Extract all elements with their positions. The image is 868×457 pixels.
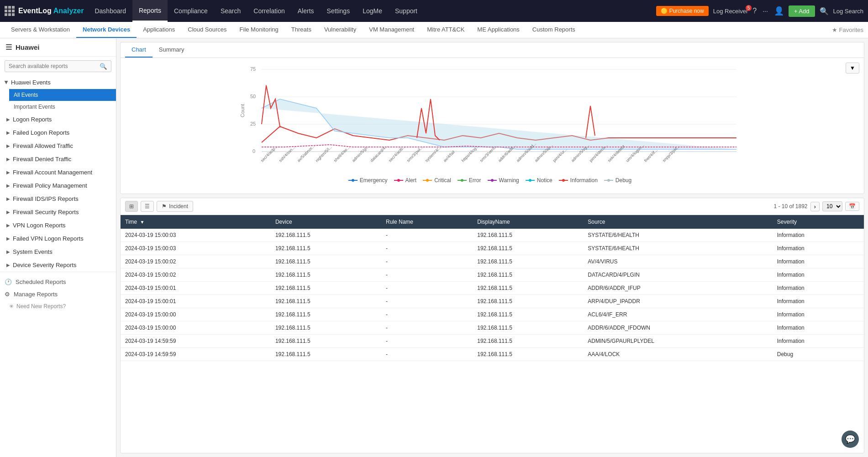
sidebar-section-huawei-events[interactable]: ▶ Huawei Events All Events Important Eve… [0,76,116,113]
cell-time: 2024-03-19 14:59:59 [121,348,271,361]
search-submit-button[interactable]: 🔍 [96,61,111,72]
subnav-mitre[interactable]: Mitre ATT&CK [421,22,471,38]
chart-expand-button[interactable]: ▼ [846,63,859,74]
grid-view-button[interactable]: ⊞ [125,201,138,212]
favorites-button[interactable]: ★ Favorites [832,26,863,33]
nav-settings[interactable]: Settings [321,0,357,22]
legend-alert: Alert [394,177,417,184]
svg-point-40 [461,179,463,182]
nav-reports[interactable]: Reports [132,0,168,22]
sidebar-item-firewall-denied[interactable]: ▶ Firewall Denied Traffic [0,152,116,166]
subnav-vm[interactable]: VM Management [363,22,421,38]
subnav-me[interactable]: ME Applications [471,22,526,38]
sidebar-item-system-events[interactable]: ▶ System Events [0,245,116,258]
table-row: 2024-03-19 15:00:03 192.168.111.5 - 192.… [121,229,864,242]
chevron-right-icon: ▶ [6,210,10,215]
chevron-right-icon: ▶ [6,223,10,228]
sidebar-collapse-handle[interactable]: ‹ [116,239,116,257]
sidebar-item-firewall-security[interactable]: ▶ Firewall Security Reports [0,205,116,219]
cell-severity: Debug [773,348,864,361]
nav-alerts[interactable]: Alerts [291,0,321,22]
help-icon[interactable]: ? [752,7,757,15]
svg-text:nightm/5/l...: nightm/5/l... [315,145,333,163]
nav-dashboard[interactable]: Dashboard [88,0,132,22]
sidebar-header: ☰ Huawei [0,38,116,57]
page-size-select[interactable]: 10 25 50 [822,201,842,211]
pagination-next-button[interactable]: › [810,202,820,211]
sidebar-item-vpn-logon[interactable]: ▶ VPN Logon Reports [0,219,116,232]
user-avatar-icon[interactable]: 👤 [774,6,784,16]
sidebar-item-failed-vpn[interactable]: ▶ Failed VPN Logon Reports [0,232,116,245]
cell-rule-name: - [381,242,473,255]
top-nav-bar: EventLog Analyzer Dashboard Reports Comp… [0,0,868,22]
svg-text:75: 75 [250,66,256,72]
nav-correlation[interactable]: Correlation [247,0,291,22]
col-time[interactable]: Time ▼ [121,215,271,229]
svg-text:system/4/...: system/4/... [424,145,442,163]
grid-menu-icon[interactable] [5,6,15,16]
nav-support[interactable]: Support [389,0,424,22]
cell-source: ADDR/6/ADDR_IFUP [583,282,772,295]
log-receiver[interactable]: Log Receiver 5 [713,8,748,15]
chevron-right-icon: ▶ [6,249,10,254]
subnav-file[interactable]: File Monitoring [233,22,285,38]
log-search-button[interactable]: Log Search [833,8,864,15]
list-view-button[interactable]: ☰ [141,201,154,212]
calendar-button[interactable]: 📅 [845,202,859,211]
nav-compliance[interactable]: Compliance [168,0,214,22]
add-button[interactable]: + Add [789,5,815,17]
cell-time: 2024-03-19 15:00:02 [121,255,271,268]
subnav-vulnerability[interactable]: Vulnerability [318,22,363,38]
sidebar-item-all-events[interactable]: All Events [9,89,116,101]
hamburger-icon[interactable]: ☰ [5,43,12,52]
sidebar-item-failed-logon[interactable]: ▶ Failed Logon Reports [0,126,116,139]
nav-logme[interactable]: LogMe [356,0,389,22]
sidebar-item-firewall-ids[interactable]: ▶ Firewall IDS/IPS Reports [0,192,116,205]
subnav-threats[interactable]: Threats [285,22,318,38]
cell-severity: Information [773,308,864,321]
chart-svg: 75 50 25 0 Count [125,63,855,172]
cell-rule-name: - [381,282,473,295]
cell-severity: Information [773,335,864,348]
subnav-applications[interactable]: Applications [137,22,181,38]
subnav-servers[interactable]: Servers & Workstation [5,22,76,38]
sidebar-item-important-events[interactable]: Important Events [9,101,116,113]
subnav-cloud[interactable]: Cloud Sources [181,22,233,38]
sidebar-item-device-severity[interactable]: ▶ Device Severity Reports [0,258,116,272]
cell-device: 192.168.111.5 [271,321,381,335]
search-input[interactable] [5,61,96,72]
chart-tab-chart[interactable]: Chart [125,42,153,58]
ellipsis-icon[interactable]: ··· [761,6,769,16]
chart-tab-summary[interactable]: Summary [153,42,191,58]
pagination: 1 - 10 of 1892 › 10 25 50 📅 [773,201,859,211]
cell-device: 192.168.111.5 [271,348,381,361]
subnav-network[interactable]: Network Devices [76,22,137,38]
cell-time: 2024-03-19 15:00:03 [121,242,271,255]
cell-device: 192.168.111.5 [271,335,381,348]
manage-reports-button[interactable]: ⚙ Manage Reports [5,288,111,300]
sidebar-item-logon-reports[interactable]: ▶ Logon Reports [0,113,116,126]
cell-severity: Information [773,268,864,282]
top-nav-items: Dashboard Reports Compliance Search Corr… [88,0,656,22]
scheduled-reports-button[interactable]: 🕐 Scheduled Reports [5,276,111,288]
svg-text:fnet/4/if...: fnet/4/if... [643,148,658,163]
incident-button[interactable]: ⚑ Incident [157,201,193,212]
coin-icon: 🟡 [661,8,668,14]
sidebar-item-firewall-allowed[interactable]: ▶ Firewall Allowed Traffic [0,139,116,152]
legend-critical: Critical [423,177,451,184]
legend-debug: Debug [604,177,631,184]
subnav-custom[interactable]: Custom Reports [526,22,582,38]
svg-point-34 [352,179,354,182]
legend-information: Information [559,177,598,184]
search-icon[interactable]: 🔍 [820,7,829,16]
chat-bubble-button[interactable]: 💬 [842,431,859,448]
nav-search[interactable]: Search [214,0,247,22]
purchase-now-button[interactable]: 🟡 Purchase now [656,6,709,16]
cell-rule-name: - [381,295,473,308]
sidebar-item-firewall-policy[interactable]: ▶ Firewall Policy Management [0,179,116,192]
cell-severity: Information [773,282,864,295]
sidebar-section-header-huawei[interactable]: ▶ Huawei Events [0,76,116,89]
cell-time: 2024-03-19 15:00:01 [121,295,271,308]
sidebar-item-firewall-account[interactable]: ▶ Firewall Account Management [0,166,116,179]
svg-text:datacard/4...: datacard/4... [369,143,389,163]
